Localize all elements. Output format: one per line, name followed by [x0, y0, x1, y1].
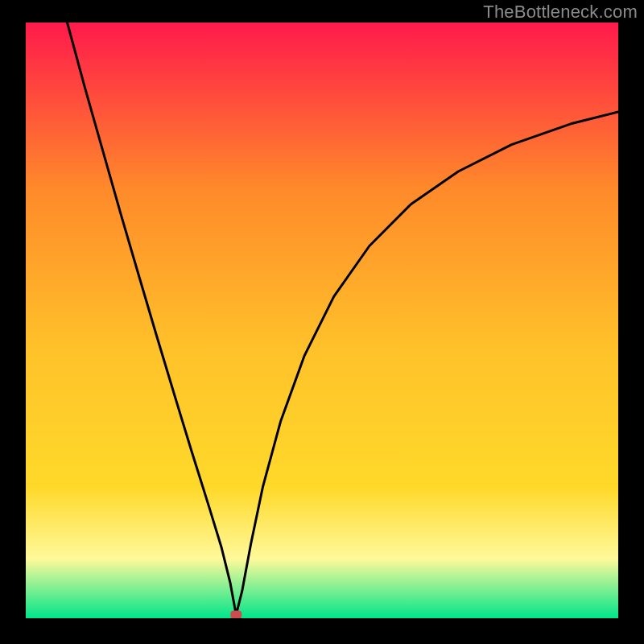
marker-dot	[230, 611, 242, 618]
chart-svg	[26, 23, 618, 618]
chart-frame: TheBottleneck.com	[0, 0, 644, 644]
plot-area	[26, 23, 618, 618]
watermark-text: TheBottleneck.com	[483, 2, 638, 23]
